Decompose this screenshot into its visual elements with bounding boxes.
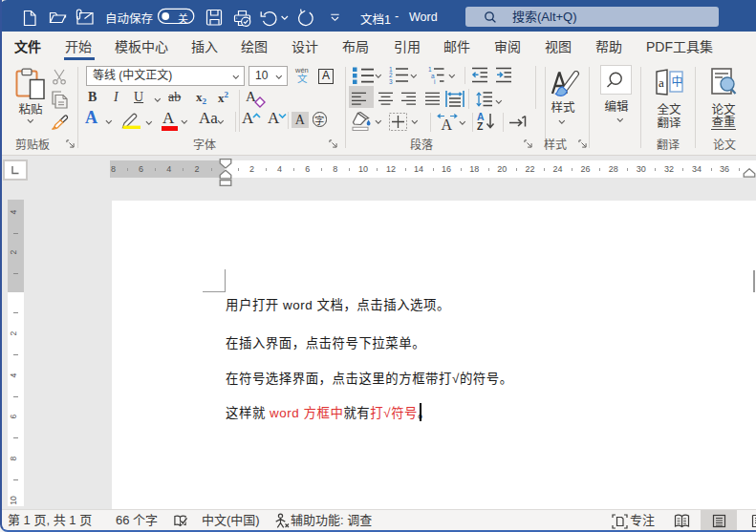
svg-text:A: A	[441, 117, 452, 132]
svg-text:i: i	[434, 78, 435, 84]
svg-text:3: 3	[389, 78, 393, 85]
svg-text:a: a	[659, 75, 664, 90]
svg-text:中: 中	[672, 73, 683, 89]
svg-text:Z: Z	[477, 120, 484, 131]
